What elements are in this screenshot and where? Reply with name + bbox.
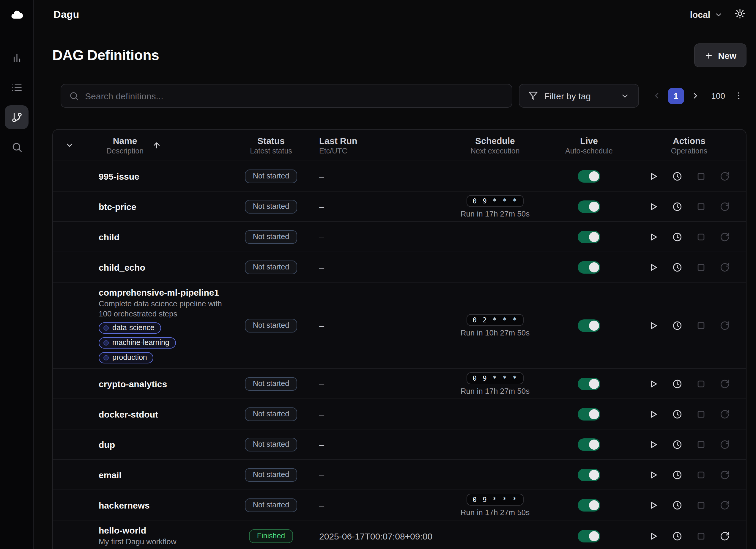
stop-run-button[interactable]	[690, 434, 712, 455]
live-toggle[interactable]	[578, 468, 600, 481]
environment-selector[interactable]: local	[690, 10, 723, 20]
start-run-button[interactable]	[643, 373, 664, 394]
retry-run-button[interactable]	[714, 464, 735, 485]
enqueue-run-button[interactable]	[667, 256, 688, 278]
retry-run-button[interactable]	[714, 165, 735, 187]
start-run-button[interactable]	[643, 165, 664, 187]
column-header-name[interactable]: Name Description	[86, 135, 231, 155]
stop-run-button[interactable]	[690, 373, 712, 394]
retry-run-button[interactable]	[714, 494, 735, 516]
pagination-menu-button[interactable]	[731, 88, 746, 103]
start-run-button[interactable]	[643, 403, 664, 425]
enqueue-run-button[interactable]	[667, 315, 688, 336]
sidebar-item-dag-definitions[interactable]	[5, 105, 29, 129]
stop-run-button[interactable]	[690, 315, 712, 336]
enqueue-run-button[interactable]	[667, 373, 688, 394]
start-run-button[interactable]	[643, 315, 664, 336]
live-toggle[interactable]	[578, 408, 600, 420]
play-icon	[648, 262, 659, 272]
stop-run-button[interactable]	[690, 196, 712, 217]
dag-name[interactable]: child_echo	[99, 262, 145, 272]
live-toggle[interactable]	[578, 200, 600, 213]
retry-run-button[interactable]	[714, 315, 735, 336]
retry-run-button[interactable]	[714, 226, 735, 247]
table-row[interactable]: btc-price Not started – 0 9 * * * Run in…	[53, 191, 746, 222]
start-run-button[interactable]	[643, 464, 664, 485]
dag-name[interactable]: email	[99, 470, 122, 480]
table-row[interactable]: 995-issue Not started –	[53, 161, 746, 191]
sidebar-item-search[interactable]	[5, 135, 29, 159]
live-toggle[interactable]	[578, 170, 600, 182]
start-run-button[interactable]	[643, 226, 664, 247]
schedule-cron-badge: 0 9 * * *	[467, 493, 524, 505]
dag-name[interactable]: comprehensive-ml-pipeline1	[99, 287, 219, 298]
stop-run-button[interactable]	[690, 526, 712, 547]
live-toggle[interactable]	[578, 499, 600, 511]
enqueue-run-button[interactable]	[667, 196, 688, 217]
table-row[interactable]: crypto-analytics Not started – 0 9 * * *…	[53, 369, 746, 399]
live-toggle[interactable]	[578, 530, 600, 542]
enqueue-run-button[interactable]	[667, 434, 688, 455]
tag-pill[interactable]: production	[99, 352, 154, 364]
tag-pill[interactable]: data-science	[99, 323, 161, 334]
stop-run-button[interactable]	[690, 226, 712, 247]
stop-run-button[interactable]	[690, 464, 712, 485]
retry-run-button[interactable]	[714, 403, 735, 425]
table-row[interactable]: child Not started –	[53, 222, 746, 252]
previous-page-button[interactable]	[649, 88, 664, 103]
retry-run-button[interactable]	[714, 196, 735, 217]
start-run-button[interactable]	[643, 526, 664, 547]
table-row[interactable]: hackernews Not started – 0 9 * * * Run i…	[53, 490, 746, 520]
table-row[interactable]: dup Not started –	[53, 430, 746, 460]
dag-name[interactable]: hello-world	[99, 525, 146, 535]
enqueue-run-button[interactable]	[667, 403, 688, 425]
start-run-button[interactable]	[643, 434, 664, 455]
retry-run-button[interactable]	[714, 434, 735, 455]
retry-run-button[interactable]	[714, 526, 735, 547]
stop-run-button[interactable]	[690, 165, 712, 187]
live-toggle[interactable]	[578, 319, 600, 332]
live-toggle[interactable]	[578, 230, 600, 243]
new-dag-button[interactable]: New	[694, 43, 746, 67]
table-row[interactable]: hello-world My first Dagu workflow Finis…	[53, 520, 746, 549]
stop-run-button[interactable]	[690, 256, 712, 278]
table-row[interactable]: docker-stdout Not started –	[53, 399, 746, 430]
retry-run-button[interactable]	[714, 373, 735, 394]
dag-name[interactable]: child	[99, 232, 119, 242]
dag-name[interactable]: dup	[99, 439, 115, 449]
live-toggle[interactable]	[578, 261, 600, 273]
table-row[interactable]: child_echo Not started –	[53, 252, 746, 283]
sort-ascending-button[interactable]	[152, 141, 161, 150]
retry-run-button[interactable]	[714, 256, 735, 278]
theme-toggle-button[interactable]	[735, 8, 745, 21]
dag-name[interactable]: 995-issue	[99, 171, 139, 181]
sidebar-item-dag-runs[interactable]	[5, 75, 29, 99]
live-toggle[interactable]	[578, 378, 600, 390]
tag-pill[interactable]: machine-learning	[99, 337, 176, 349]
stop-run-button[interactable]	[690, 494, 712, 516]
enqueue-run-button[interactable]	[667, 464, 688, 485]
table-row[interactable]: email Not started –	[53, 460, 746, 490]
dagu-logo-icon[interactable]	[9, 8, 25, 21]
stop-run-button[interactable]	[690, 403, 712, 425]
live-toggle[interactable]	[578, 438, 600, 451]
sidebar-item-dashboard[interactable]	[5, 46, 29, 70]
enqueue-run-button[interactable]	[667, 526, 688, 547]
filter-by-tag-button[interactable]: Filter by tag	[519, 84, 639, 108]
dag-name[interactable]: btc-price	[99, 201, 136, 211]
enqueue-run-button[interactable]	[667, 165, 688, 187]
start-run-button[interactable]	[643, 196, 664, 217]
enqueue-run-button[interactable]	[667, 494, 688, 516]
table-row[interactable]: comprehensive-ml-pipeline1 Complete data…	[53, 283, 746, 369]
chevron-left-icon	[652, 91, 661, 100]
start-run-button[interactable]	[643, 256, 664, 278]
search-input[interactable]	[85, 91, 504, 101]
dag-name[interactable]: docker-stdout	[99, 409, 158, 419]
dag-name[interactable]: crypto-analytics	[99, 379, 167, 389]
start-run-button[interactable]	[643, 494, 664, 516]
dag-name[interactable]: hackernews	[99, 500, 150, 510]
expand-all-button[interactable]	[65, 140, 74, 150]
current-page-button[interactable]: 1	[668, 88, 684, 104]
enqueue-run-button[interactable]	[667, 226, 688, 247]
next-page-button[interactable]	[687, 88, 703, 103]
